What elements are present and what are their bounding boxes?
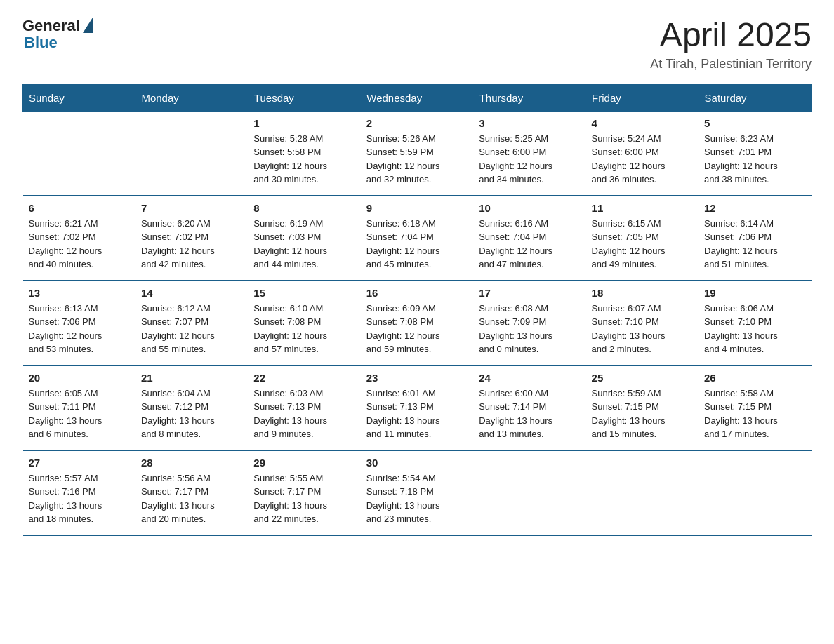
day-number: 30 [366,457,468,469]
day-number: 26 [704,372,805,384]
calendar-cell: 12Sunrise: 6:14 AM Sunset: 7:06 PM Dayli… [699,196,811,281]
day-number: 22 [253,372,355,384]
day-number: 20 [29,372,130,384]
calendar-cell: 15Sunrise: 6:10 AM Sunset: 7:08 PM Dayli… [248,281,360,365]
day-number: 18 [592,287,693,299]
day-number: 27 [29,457,130,469]
day-info: Sunrise: 6:08 AM Sunset: 7:09 PM Dayligh… [479,302,580,356]
day-info: Sunrise: 6:05 AM Sunset: 7:11 PM Dayligh… [29,387,130,441]
day-number: 7 [141,202,242,214]
calendar-cell: 23Sunrise: 6:01 AM Sunset: 7:13 PM Dayli… [361,365,473,450]
calendar-cell: 2Sunrise: 5:26 AM Sunset: 5:59 PM Daylig… [361,111,473,196]
day-number: 5 [704,117,805,129]
calendar-cell: 25Sunrise: 5:59 AM Sunset: 7:15 PM Dayli… [586,365,699,450]
logo-triangle-icon [83,18,93,33]
calendar-cell: 8Sunrise: 6:19 AM Sunset: 7:03 PM Daylig… [248,196,360,281]
calendar-cell: 30Sunrise: 5:54 AM Sunset: 7:18 PM Dayli… [361,450,473,535]
day-number: 11 [592,202,693,214]
day-info: Sunrise: 6:09 AM Sunset: 7:08 PM Dayligh… [366,302,468,356]
day-info: Sunrise: 6:18 AM Sunset: 7:04 PM Dayligh… [366,217,468,271]
day-number: 17 [479,287,580,299]
week-row-3: 13Sunrise: 6:13 AM Sunset: 7:06 PM Dayli… [23,281,812,365]
calendar-cell: 19Sunrise: 6:06 AM Sunset: 7:10 PM Dayli… [699,281,811,365]
calendar-header: SundayMondayTuesdayWednesdayThursdayFrid… [23,84,812,111]
day-number: 25 [592,372,693,384]
calendar-cell: 29Sunrise: 5:55 AM Sunset: 7:17 PM Dayli… [248,450,360,535]
weekday-header-sunday: Sunday [23,84,135,111]
logo-blue-text: Blue [24,34,58,52]
calendar-cell: 3Sunrise: 5:25 AM Sunset: 6:00 PM Daylig… [473,111,585,196]
calendar-cell: 16Sunrise: 6:09 AM Sunset: 7:08 PM Dayli… [361,281,473,365]
calendar-cell: 6Sunrise: 6:21 AM Sunset: 7:02 PM Daylig… [23,196,135,281]
day-number: 14 [141,287,242,299]
day-number: 9 [366,202,468,214]
calendar-cell: 21Sunrise: 6:04 AM Sunset: 7:12 PM Dayli… [135,365,248,450]
week-row-1: 1Sunrise: 5:28 AM Sunset: 5:58 PM Daylig… [23,111,812,196]
week-row-2: 6Sunrise: 6:21 AM Sunset: 7:02 PM Daylig… [23,196,812,281]
day-number: 29 [253,457,355,469]
day-number: 3 [479,117,580,129]
calendar-cell [699,450,811,535]
day-info: Sunrise: 6:01 AM Sunset: 7:13 PM Dayligh… [366,387,468,441]
day-info: Sunrise: 6:23 AM Sunset: 7:01 PM Dayligh… [704,132,805,187]
weekday-header-tuesday: Tuesday [248,84,360,111]
calendar-cell [586,450,699,535]
day-number: 21 [141,372,242,384]
day-number: 15 [253,287,355,299]
day-info: Sunrise: 6:12 AM Sunset: 7:07 PM Dayligh… [141,302,242,356]
day-number: 10 [479,202,580,214]
day-number: 28 [141,457,242,469]
day-info: Sunrise: 6:15 AM Sunset: 7:05 PM Dayligh… [592,217,693,271]
logo-general-text: General [22,17,80,35]
day-number: 2 [366,117,468,129]
calendar-cell: 28Sunrise: 5:56 AM Sunset: 7:17 PM Dayli… [135,450,248,535]
calendar-cell [23,111,135,196]
day-info: Sunrise: 5:28 AM Sunset: 5:58 PM Dayligh… [253,132,355,187]
day-info: Sunrise: 5:24 AM Sunset: 6:00 PM Dayligh… [592,132,693,187]
calendar-cell: 26Sunrise: 5:58 AM Sunset: 7:15 PM Dayli… [699,365,811,450]
day-number: 24 [479,372,580,384]
day-info: Sunrise: 5:55 AM Sunset: 7:17 PM Dayligh… [253,471,355,526]
day-number: 6 [29,202,130,214]
day-number: 23 [366,372,468,384]
weekday-header-friday: Friday [586,84,699,111]
day-number: 1 [253,117,355,129]
logo: General Blue [22,17,93,52]
day-number: 16 [366,287,468,299]
calendar-cell: 27Sunrise: 5:57 AM Sunset: 7:16 PM Dayli… [23,450,135,535]
day-number: 13 [29,287,130,299]
day-info: Sunrise: 6:13 AM Sunset: 7:06 PM Dayligh… [29,302,130,356]
day-info: Sunrise: 6:10 AM Sunset: 7:08 PM Dayligh… [253,302,355,356]
calendar-cell: 4Sunrise: 5:24 AM Sunset: 6:00 PM Daylig… [586,111,699,196]
day-number: 12 [704,202,805,214]
calendar-cell: 7Sunrise: 6:20 AM Sunset: 7:02 PM Daylig… [135,196,248,281]
day-info: Sunrise: 6:04 AM Sunset: 7:12 PM Dayligh… [141,387,242,441]
day-info: Sunrise: 6:03 AM Sunset: 7:13 PM Dayligh… [253,387,355,441]
page-header: General Blue April 2025 At Tirah, Palest… [22,17,812,72]
location-subtitle: At Tirah, Palestinian Territory [650,57,812,72]
day-info: Sunrise: 5:56 AM Sunset: 7:17 PM Dayligh… [141,471,242,526]
day-info: Sunrise: 5:57 AM Sunset: 7:16 PM Dayligh… [29,471,130,526]
calendar-cell [473,450,585,535]
month-title: April 2025 [650,17,812,54]
calendar-table: SundayMondayTuesdayWednesdayThursdayFrid… [22,84,812,536]
calendar-body: 1Sunrise: 5:28 AM Sunset: 5:58 PM Daylig… [23,111,812,535]
day-info: Sunrise: 6:14 AM Sunset: 7:06 PM Dayligh… [704,217,805,271]
weekday-header-row: SundayMondayTuesdayWednesdayThursdayFrid… [23,84,812,111]
day-info: Sunrise: 6:20 AM Sunset: 7:02 PM Dayligh… [141,217,242,271]
day-info: Sunrise: 6:19 AM Sunset: 7:03 PM Dayligh… [253,217,355,271]
week-row-4: 20Sunrise: 6:05 AM Sunset: 7:11 PM Dayli… [23,365,812,450]
calendar-cell: 17Sunrise: 6:08 AM Sunset: 7:09 PM Dayli… [473,281,585,365]
day-info: Sunrise: 5:26 AM Sunset: 5:59 PM Dayligh… [366,132,468,187]
day-number: 8 [253,202,355,214]
weekday-header-monday: Monday [135,84,248,111]
weekday-header-thursday: Thursday [473,84,585,111]
week-row-5: 27Sunrise: 5:57 AM Sunset: 7:16 PM Dayli… [23,450,812,535]
calendar-cell: 24Sunrise: 6:00 AM Sunset: 7:14 PM Dayli… [473,365,585,450]
day-info: Sunrise: 6:07 AM Sunset: 7:10 PM Dayligh… [592,302,693,356]
day-info: Sunrise: 6:21 AM Sunset: 7:02 PM Dayligh… [29,217,130,271]
title-section: April 2025 At Tirah, Palestinian Territo… [650,17,812,72]
calendar-cell: 20Sunrise: 6:05 AM Sunset: 7:11 PM Dayli… [23,365,135,450]
day-info: Sunrise: 5:58 AM Sunset: 7:15 PM Dayligh… [704,387,805,441]
weekday-header-wednesday: Wednesday [361,84,473,111]
